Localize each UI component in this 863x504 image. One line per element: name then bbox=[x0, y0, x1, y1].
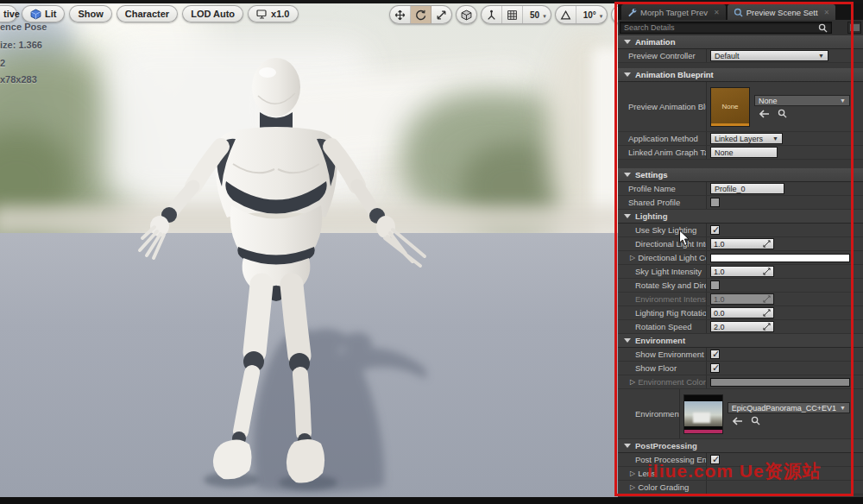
stats-line: ence Pose bbox=[0, 22, 47, 32]
close-tab-icon[interactable]: ✕ bbox=[714, 9, 720, 16]
tab-morph-target-preview[interactable]: Morph Target Prev ✕ bbox=[621, 4, 726, 20]
rotate-sky-checkbox[interactable] bbox=[710, 280, 720, 290]
row-application-method: Application Method Linked Layers ▼ bbox=[618, 132, 863, 146]
spacer bbox=[618, 160, 863, 168]
preview-controller-dropdown[interactable]: Default ▼ bbox=[710, 50, 828, 61]
stats-line: 2 bbox=[0, 59, 47, 68]
property-label: Lighting Rig Rotation bbox=[635, 308, 706, 318]
show-environment-checkbox[interactable] bbox=[710, 350, 720, 359]
property-label: Rotate Sky and Direc bbox=[635, 280, 706, 290]
sky-light-intensity-spinbox[interactable]: 1.0 bbox=[710, 266, 774, 277]
morph-target-icon bbox=[627, 8, 637, 17]
section-animation[interactable]: Animation bbox=[618, 35, 863, 49]
asset-type-color-bar bbox=[711, 123, 749, 126]
robot-right-foot bbox=[287, 439, 324, 483]
scale-tool-button[interactable] bbox=[432, 6, 451, 23]
dropdown-caret-icon: ▼ bbox=[818, 53, 824, 59]
drag-spinner-icon bbox=[763, 240, 771, 248]
anim-blueprint-thumbnail[interactable]: None bbox=[710, 87, 750, 127]
browse-to-asset-icon[interactable] bbox=[751, 416, 760, 425]
row-preview-animation-blueprint: Preview Animation Blue None None ▼ bbox=[618, 82, 863, 132]
rotate-tool-button[interactable] bbox=[411, 6, 432, 23]
scale-icon bbox=[436, 9, 447, 21]
world-local-toggle-button[interactable] bbox=[457, 6, 476, 23]
show-menu-button[interactable]: Show bbox=[69, 5, 111, 22]
section-animation-blueprint[interactable]: Animation Blueprint bbox=[618, 68, 863, 82]
search-icon bbox=[818, 23, 828, 33]
linked-anim-graph-tag-field[interactable]: None bbox=[710, 147, 778, 158]
stats-line: x78x283 bbox=[0, 75, 47, 85]
expand-triangle-icon[interactable]: ▷ bbox=[630, 255, 635, 261]
perspective-button[interactable]: tive bbox=[0, 5, 17, 22]
use-selected-arrow-icon[interactable] bbox=[733, 417, 743, 425]
caret-down-icon: ▾ bbox=[543, 13, 546, 20]
profile-name-field[interactable]: Profile_0 bbox=[710, 183, 784, 194]
environment-cubemap-dropdown[interactable]: EpicQuadPanorama_CC+EV1 ▼ bbox=[728, 402, 850, 413]
search-details-input[interactable]: Search Details bbox=[620, 22, 832, 34]
robot-left-leg bbox=[255, 285, 261, 352]
anim-blueprint-asset-dropdown[interactable]: None ▼ bbox=[754, 95, 850, 106]
rotation-snap-toggle-button[interactable] bbox=[556, 6, 576, 23]
tab-preview-scene-settings[interactable]: Preview Scene Sett ✕ bbox=[728, 4, 836, 20]
expand-triangle-icon[interactable]: ▷ bbox=[630, 470, 635, 477]
view-options-button[interactable] bbox=[847, 22, 861, 34]
panorama-preview bbox=[684, 401, 722, 426]
viewport-toolbar-right: 50▾ 10°▾ 0.25▾ 4 bbox=[389, 5, 618, 24]
mannequin-robot[interactable] bbox=[0, 0, 618, 497]
translate-tool-button[interactable] bbox=[390, 6, 411, 23]
grid-icon bbox=[507, 9, 518, 21]
grid-snap-toggle-button[interactable] bbox=[502, 6, 523, 23]
watermark-text: iliue.com Ue资源站 bbox=[647, 459, 822, 483]
rotation-speed-spinbox[interactable]: 2.0 bbox=[710, 321, 774, 332]
expand-triangle-icon[interactable]: ▷ bbox=[630, 484, 635, 491]
property-label: Directional Light Colo bbox=[638, 253, 706, 262]
scale-snap-toggle-button[interactable] bbox=[612, 6, 618, 23]
cast-shadow bbox=[254, 329, 427, 493]
shared-profile-checkbox[interactable] bbox=[710, 198, 720, 207]
collapse-triangle-icon bbox=[624, 444, 631, 448]
panorama-building bbox=[693, 413, 710, 423]
row-show-floor: Show Floor bbox=[618, 362, 863, 375]
property-label: Linked Anim Graph Tag bbox=[628, 148, 706, 157]
grid-snap-value-button[interactable]: 50▾ bbox=[523, 6, 551, 23]
property-label: Directional Light Inte bbox=[635, 239, 706, 249]
screen-size-button[interactable]: x1.0 bbox=[248, 5, 298, 22]
property-label: Preview Controller bbox=[628, 51, 696, 60]
rotation-snap-group: 10°▾ bbox=[555, 5, 608, 24]
directional-light-intensity-spinbox[interactable]: 1.0 bbox=[710, 238, 774, 249]
close-tab-icon[interactable]: ✕ bbox=[824, 9, 830, 16]
drag-spinner-icon bbox=[763, 309, 771, 317]
row-sky-light-intensity: Sky Light Intensity 1.0 bbox=[618, 265, 863, 279]
cube-icon bbox=[461, 9, 472, 21]
show-floor-checkbox[interactable] bbox=[710, 363, 720, 373]
application-method-dropdown[interactable]: Linked Layers ▼ bbox=[710, 133, 783, 144]
row-directional-light-intensity: Directional Light Inte 1.0 bbox=[618, 237, 863, 251]
subsection-environment[interactable]: Environment bbox=[618, 334, 863, 348]
directional-light-color-swatch[interactable] bbox=[710, 254, 850, 262]
scale-snap-group: 0.25▾ bbox=[611, 5, 618, 24]
lod-auto-button[interactable]: LOD Auto bbox=[182, 5, 243, 22]
row-preview-controller: Preview Controller Default ▼ bbox=[618, 49, 863, 63]
search-placeholder: Search Details bbox=[624, 23, 818, 32]
lighting-rig-rotation-spinbox[interactable]: 0.0 bbox=[710, 307, 774, 318]
preview-scene-settings-panel: Morph Target Prev ✕ Preview Scene Sett ✕… bbox=[618, 0, 863, 497]
surface-snap-button[interactable] bbox=[482, 6, 502, 23]
environment-cubemap-thumbnail[interactable] bbox=[683, 394, 723, 434]
browse-to-asset-icon[interactable] bbox=[778, 109, 787, 118]
subsection-postprocessing[interactable]: PostProcessing bbox=[618, 439, 863, 453]
lit-mode-button[interactable]: Lit bbox=[22, 5, 65, 22]
coordinate-system-group bbox=[456, 5, 477, 24]
subsection-lighting[interactable]: Lighting bbox=[618, 210, 863, 224]
robot-head bbox=[252, 58, 300, 117]
expand-triangle-icon[interactable]: ▷ bbox=[630, 379, 635, 386]
property-label: Show Floor bbox=[635, 363, 677, 373]
section-settings[interactable]: Settings bbox=[618, 168, 863, 182]
use-sky-lighting-checkbox[interactable] bbox=[710, 225, 720, 235]
row-rotate-sky-and-directional: Rotate Sky and Direc bbox=[618, 279, 863, 293]
environment-color-swatch bbox=[710, 378, 850, 387]
row-environment-cube-map: Environment Cube Ma EpicQuadPanorama_CC+… bbox=[618, 389, 863, 439]
character-menu-button[interactable]: Character bbox=[117, 5, 178, 22]
use-selected-arrow-icon[interactable] bbox=[759, 110, 770, 118]
rotation-snap-value-button[interactable]: 10°▾ bbox=[576, 6, 608, 23]
preview-viewport[interactable]: ence Pose ize: 1.366 2 x78x283 tive Lit … bbox=[0, 0, 618, 497]
